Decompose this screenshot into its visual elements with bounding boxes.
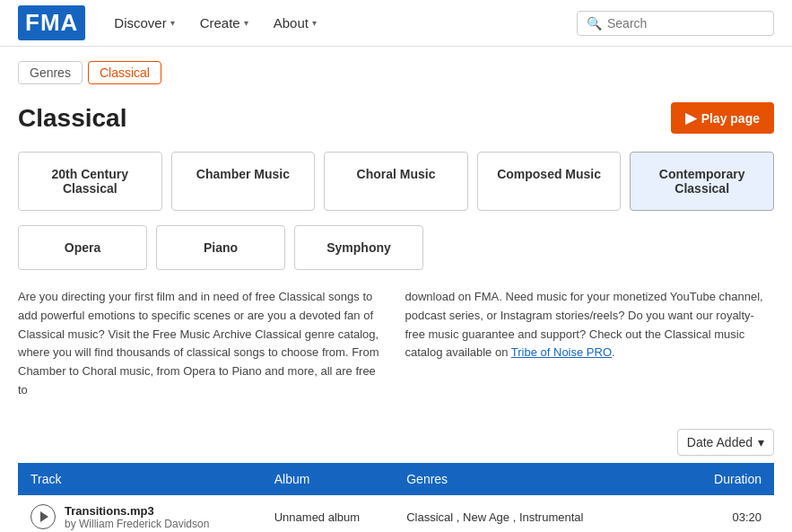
duration-cell-0: 03:20 [687,495,774,532]
about-chevron-icon: ▾ [312,18,317,28]
genre-20th-century-classical[interactable]: 20th Century Classical [18,152,162,211]
genre-composed-music[interactable]: Composed Music [477,152,622,211]
genre-grid-row2: Opera Piano Symphony [0,225,792,288]
table-row: Transitions.mp3 by William Frederick Dav… [18,495,774,532]
nav-create[interactable]: Create ▾ [189,10,259,36]
breadcrumb-classical[interactable]: Classical [88,61,161,84]
page-title-area: Classical ▶ Play page [0,92,792,152]
genre-chamber-music[interactable]: Chamber Music [171,152,316,211]
genre-contemporary-classical[interactable]: Contemporary Classical [630,152,774,211]
nav-bar: Discover ▾ Create ▾ About ▾ [103,10,559,36]
description-right: download on FMA. Need music for your mon… [405,288,775,400]
track-artist-0: by William Frederick Davidson [65,518,209,530]
col-duration: Duration [687,463,774,495]
play-button-0[interactable] [30,504,56,529]
tribe-of-noise-link[interactable]: Tribe of Noise PRO [511,345,612,359]
logo[interactable]: FMA [18,5,85,40]
nav-discover[interactable]: Discover ▾ [103,10,185,36]
header: FMA Discover ▾ Create ▾ About ▾ 🔍 [0,0,792,47]
track-name-0[interactable]: Transitions.mp3 [65,504,209,518]
col-album: Album [262,463,394,495]
description-section: Are you directing your first film and in… [0,288,792,422]
play-page-button[interactable]: ▶ Play page [671,102,774,134]
genre-choral-music[interactable]: Choral Music [324,152,468,211]
track-info-0: Transitions.mp3 by William Frederick Dav… [30,504,249,530]
album-cell-0: Unnamed album [262,495,394,532]
search-bar: 🔍 [577,11,774,36]
sort-bar: Date Added ▾ [0,422,792,463]
genre-opera[interactable]: Opera [18,225,147,270]
description-left: Are you directing your first film and in… [18,288,387,400]
genre-symphony[interactable]: Symphony [294,225,423,270]
play-triangle-icon [40,511,48,522]
breadcrumb: Genres Classical [0,47,792,92]
create-chevron-icon: ▾ [244,18,248,28]
col-track: Track [18,463,262,495]
search-icon: 🔍 [587,16,602,31]
genre-piano[interactable]: Piano [156,225,285,270]
genres-cell-0: Classical , New Age , Instrumental [394,495,687,532]
page-title: Classical [18,104,126,133]
sort-chevron-icon: ▾ [758,435,764,449]
genre-grid-row1: 20th Century Classical Chamber Music Cho… [0,152,792,225]
nav-about[interactable]: About ▾ [263,10,327,36]
table-header-row: Track Album Genres Duration [18,463,774,495]
play-icon: ▶ [685,109,696,126]
col-genres: Genres [394,463,687,495]
track-cell-0: Transitions.mp3 by William Frederick Dav… [18,495,262,532]
track-table: Track Album Genres Duration Transitions.… [18,463,774,532]
sort-dropdown[interactable]: Date Added ▾ [677,429,774,456]
breadcrumb-genres[interactable]: Genres [18,61,83,84]
search-input[interactable] [607,16,764,31]
discover-chevron-icon: ▾ [170,18,175,28]
